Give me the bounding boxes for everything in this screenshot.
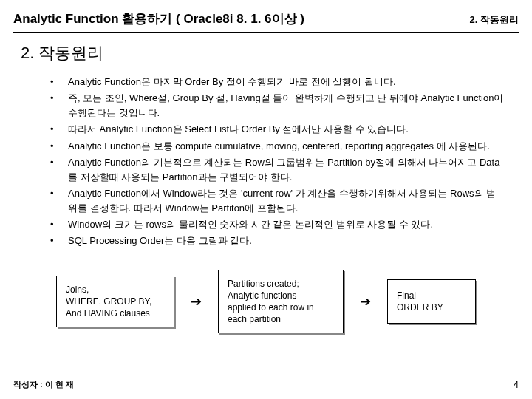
- bullet-icon: •: [50, 75, 68, 89]
- diagram-box-partitions: Partitions created; Analytic functions a…: [218, 270, 344, 334]
- diagram-box-joins: Joins, WHERE, GROUP BY, And HAVING claus…: [56, 276, 174, 328]
- bullet-icon: •: [50, 139, 68, 154]
- bullet-icon: •: [50, 233, 68, 248]
- list-item: • Window의 크기는 rows의 물리적인 숫자와 시간 같은 논리적인 …: [50, 217, 504, 232]
- bullet-icon: •: [50, 186, 68, 216]
- list-item: • 따라서 Analytic Function은 Select List나 Or…: [50, 122, 504, 137]
- list-item: • SQL Processing Order는 다음 그림과 같다.: [50, 233, 504, 248]
- bullet-text: Analytic Function은 보통 compute cumulative…: [68, 139, 504, 154]
- list-item: • Analytic Function에서 Window라는 것은 'curre…: [50, 186, 504, 216]
- bullet-text: Window의 크기는 rows의 물리적인 숫자와 시간 같은 논리적인 범위…: [68, 217, 504, 232]
- page-number: 4: [514, 379, 519, 390]
- bullet-icon: •: [50, 217, 68, 232]
- diagram-box-orderby: Final ORDER BY: [387, 279, 476, 324]
- slide-header: Analytic Function 활용하기 ( Oracle8i 8. 1. …: [13, 10, 519, 33]
- list-item: • Analytic Function은 보통 compute cumulati…: [50, 139, 504, 154]
- arrow-icon: ➔: [360, 295, 371, 308]
- header-subtitle: 2. 작동원리: [470, 13, 519, 27]
- bullet-icon: •: [50, 155, 68, 185]
- bullet-text: 즉, 모든 조인, Where절, Group By 절, Having절 들이…: [68, 91, 504, 120]
- bullet-icon: •: [50, 91, 68, 120]
- arrow-icon: ➔: [191, 295, 202, 308]
- diagram-box-text: Final ORDER BY: [397, 290, 443, 313]
- header-title: Analytic Function 활용하기 ( Oracle8i 8. 1. …: [13, 10, 304, 27]
- diagram-box-text: Partitions created; Analytic functions a…: [228, 278, 314, 326]
- slide-footer: 작성자 : 이 현 재 4: [13, 379, 519, 390]
- diagram-box-text: Joins, WHERE, GROUP BY, And HAVING claus…: [66, 284, 151, 320]
- bullet-text: 따라서 Analytic Function은 Select List나 Orde…: [68, 122, 504, 137]
- footer-author: 작성자 : 이 현 재: [13, 379, 74, 390]
- list-item: • Analytic Function의 기본적으로 계산되는 Row의 그룹범…: [50, 155, 504, 185]
- bullet-text: Analytic Function의 기본적으로 계산되는 Row의 그룹범위는…: [68, 155, 504, 185]
- bullet-text: Analytic Function에서 Window라는 것은 'current…: [68, 186, 504, 216]
- bullet-icon: •: [50, 122, 68, 137]
- processing-order-diagram: Joins, WHERE, GROUP BY, And HAVING claus…: [13, 270, 519, 334]
- list-item: • 즉, 모든 조인, Where절, Group By 절, Having절 …: [50, 91, 504, 120]
- section-title: 2. 작동원리: [21, 42, 519, 64]
- list-item: • Analytic Function은 마지막 Order By 절이 수행되…: [50, 75, 504, 89]
- bullet-text: Analytic Function은 마지막 Order By 절이 수행되기 …: [68, 75, 504, 89]
- bullet-list: • Analytic Function은 마지막 Order By 절이 수행되…: [50, 75, 504, 249]
- bullet-text: SQL Processing Order는 다음 그림과 같다.: [68, 233, 504, 248]
